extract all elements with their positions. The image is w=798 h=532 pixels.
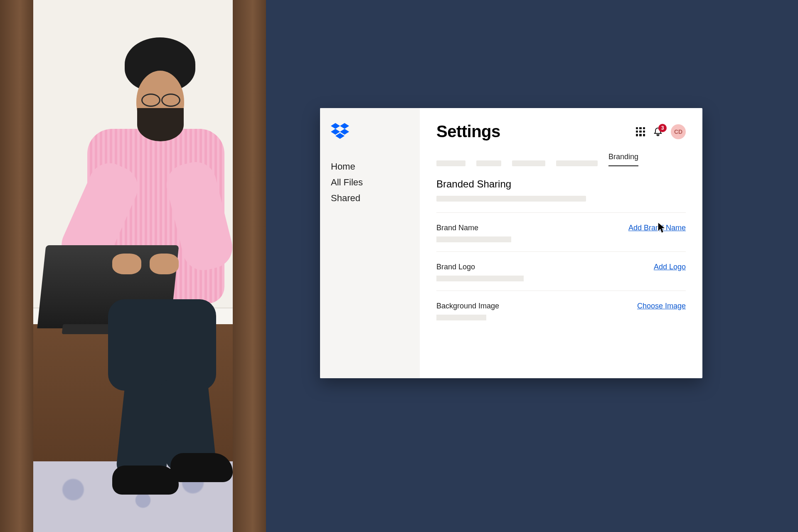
sidebar-item-shared[interactable]: Shared (331, 190, 409, 206)
app-window: Home All Files Shared Settings 3 (320, 108, 702, 378)
row-brand-logo: Brand Logo Add Logo (436, 252, 686, 281)
tab-placeholder[interactable] (436, 160, 466, 166)
hero-photo (0, 0, 266, 532)
notification-badge: 3 (658, 124, 667, 132)
sidebar: Home All Files Shared (320, 108, 420, 378)
branded-sharing-section: Branded Sharing Brand Name Add Brand Nam… (436, 178, 686, 320)
main-panel: Settings 3 CD (420, 108, 702, 378)
add-brand-name-link[interactable]: Add Brand Name (628, 224, 686, 232)
svg-marker-2 (331, 129, 340, 135)
section-title: Branded Sharing (436, 178, 686, 190)
notifications-bell-icon[interactable]: 3 (653, 126, 663, 137)
choose-image-link[interactable]: Choose Image (637, 302, 686, 310)
svg-marker-0 (331, 123, 340, 129)
tab-placeholder[interactable] (556, 160, 598, 166)
svg-marker-4 (335, 133, 345, 139)
row-subtext-placeholder (436, 315, 486, 320)
row-brand-name: Brand Name Add Brand Name (436, 213, 686, 242)
page-title: Settings (436, 122, 500, 141)
row-label: Brand Logo (436, 263, 524, 271)
apps-grid-icon[interactable] (636, 127, 645, 136)
row-label: Brand Name (436, 224, 511, 232)
sidebar-item-all-files[interactable]: All Files (331, 175, 409, 190)
svg-marker-1 (340, 123, 349, 129)
row-subtext-placeholder (436, 236, 511, 242)
row-subtext-placeholder (436, 276, 524, 281)
tabs-bar: Branding (436, 153, 686, 167)
add-logo-link[interactable]: Add Logo (654, 263, 686, 271)
sidebar-item-home[interactable]: Home (331, 159, 409, 175)
dropbox-logo-icon (331, 123, 349, 140)
tab-placeholder[interactable] (512, 160, 545, 166)
row-label: Background Image (436, 302, 499, 310)
tab-branding[interactable]: Branding (608, 153, 638, 166)
person-illustration (37, 37, 237, 478)
row-background-image: Background Image Choose Image (436, 291, 686, 320)
avatar[interactable]: CD (671, 124, 686, 139)
tab-placeholder[interactable] (476, 160, 501, 166)
svg-marker-3 (340, 129, 349, 135)
